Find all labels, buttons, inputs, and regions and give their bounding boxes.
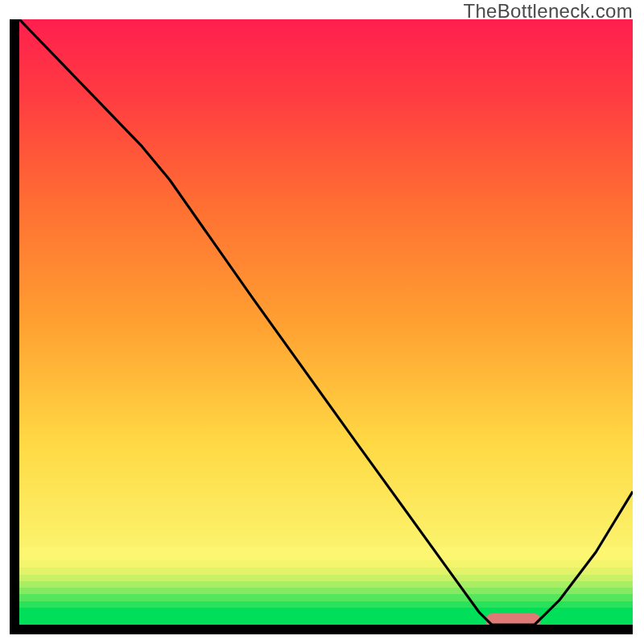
watermark: TheBottleneck.com	[463, 0, 633, 23]
bottleneck-curve	[19, 19, 633, 625]
optimum-marker	[485, 613, 541, 625]
plot-svg	[19, 19, 633, 625]
y-axis	[10, 19, 19, 634]
x-axis	[10, 625, 633, 634]
